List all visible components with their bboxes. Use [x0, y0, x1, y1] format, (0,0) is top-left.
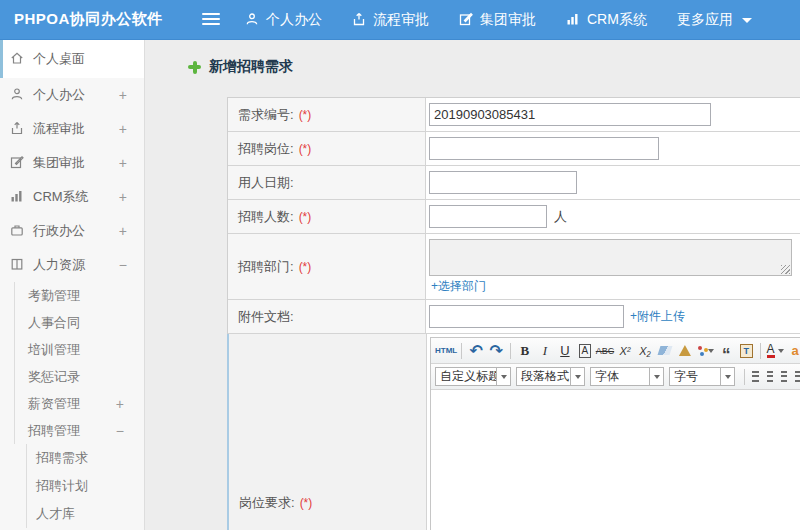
sidebar-item-attendance-mgmt[interactable]: 考勤管理	[14, 282, 144, 309]
nav-item-personal-office[interactable]: 个人办公	[245, 11, 322, 29]
sidebar-item-label: 招聘需求	[36, 449, 88, 467]
superscript-button[interactable]: X²	[617, 341, 633, 361]
field-label-text: 招聘部门:	[238, 258, 294, 276]
eraser-icon[interactable]	[657, 346, 672, 355]
attachment-upload-link[interactable]: +附件上传	[630, 308, 685, 325]
expand-plus-icon[interactable]: +	[119, 223, 127, 239]
custom-title-dropdown[interactable]: 自定义标题	[435, 367, 511, 386]
sidebar-item-training-mgmt[interactable]: 培训管理	[14, 336, 144, 363]
caret-down-icon[interactable]	[721, 367, 735, 386]
editor-toolbar-row1: HTML ↶ ↷ B I U A ABC X² X₂	[431, 338, 800, 364]
field-label-text: 招聘人数:	[238, 208, 294, 226]
align-left-icon[interactable]	[752, 371, 758, 382]
italic-button[interactable]: I	[537, 341, 553, 361]
underline-button[interactable]: U	[557, 341, 573, 361]
sidebar-item-human-resources[interactable]: 人力资源 −	[0, 248, 144, 282]
expand-plus-icon[interactable]: +	[119, 189, 127, 205]
expand-plus-icon[interactable]: +	[119, 87, 127, 103]
nav-item-workflow-approval[interactable]: 流程审批	[352, 11, 429, 29]
caret-down-icon	[778, 349, 784, 353]
autotypeset-button[interactable]: A	[579, 344, 592, 358]
dropdown-value: 自定义标题	[435, 367, 497, 386]
caret-down-icon[interactable]	[571, 367, 585, 386]
sidebar-item-admin-office[interactable]: 行政办公 +	[0, 214, 144, 248]
sidebar-item-hr-contract[interactable]: 人事合同	[14, 309, 144, 336]
expand-plus-icon[interactable]: +	[119, 121, 127, 137]
field-value-cell	[426, 98, 800, 131]
expand-plus-icon[interactable]: +	[116, 396, 124, 412]
align-right-icon[interactable]	[781, 371, 787, 382]
app-window: PHPOA协同办公软件 个人办公 流程审批 集团审批 CRM系统 更多应用	[0, 0, 800, 530]
sidebar-item-recruit-mgmt[interactable]: 招聘管理 −	[14, 417, 144, 444]
field-value-cell: +选择部门	[426, 234, 800, 299]
sidebar-item-label: 考勤管理	[28, 287, 80, 305]
attachment-input[interactable]	[429, 305, 624, 328]
field-label: 岗位要求: (*)	[229, 334, 427, 530]
nav-item-label: 流程审批	[373, 11, 429, 29]
paste-icon[interactable]: T	[740, 344, 753, 358]
font-color-button[interactable]: A	[767, 341, 783, 361]
nav-item-label: CRM系统	[587, 11, 647, 29]
field-label-text: 附件文档:	[238, 308, 294, 326]
caret-down-icon[interactable]	[497, 367, 511, 386]
nav-item-label: 个人办公	[266, 11, 322, 29]
recruit-dept-textarea[interactable]	[429, 239, 792, 276]
nav-item-crm-system[interactable]: CRM系统	[566, 11, 647, 29]
sidebar-item-label: 招聘管理	[28, 422, 80, 440]
sidebar-item-crm-system[interactable]: CRM系统 +	[0, 180, 144, 214]
format-brush-button[interactable]	[697, 341, 714, 361]
select-dept-link[interactable]: +选择部门	[431, 278, 486, 295]
demand-no-input[interactable]	[429, 103, 711, 126]
paragraph-format-dropdown[interactable]: 段落格式	[516, 367, 585, 386]
nav-item-group-approval[interactable]: 集团审批	[459, 11, 536, 29]
resize-grip-icon[interactable]	[781, 265, 790, 274]
sidebar-item-recruit-demand[interactable]: 招聘需求	[26, 444, 144, 472]
sidebar-item-workflow-approval[interactable]: 流程审批 +	[0, 112, 144, 146]
edit-icon	[10, 155, 33, 172]
form-row-recruit-post: 招聘岗位: (*)	[228, 132, 800, 166]
subscript-button[interactable]: X₂	[637, 341, 653, 361]
blockquote-button[interactable]: “	[718, 341, 734, 361]
sidebar-item-personal-office[interactable]: 个人办公 +	[0, 78, 144, 112]
background-color-button[interactable]: a	[787, 341, 800, 361]
undo-button[interactable]: ↶	[468, 341, 484, 361]
strikethrough-button[interactable]: ABC	[597, 341, 613, 361]
rich-text-editor: HTML ↶ ↷ B I U A ABC X² X₂	[430, 337, 800, 530]
recruit-count-input[interactable]	[429, 205, 547, 228]
required-mark: (*)	[300, 496, 313, 510]
align-justify-icon[interactable]	[795, 371, 800, 382]
hire-date-input[interactable]	[429, 171, 577, 194]
align-center-icon[interactable]	[767, 371, 773, 382]
source-html-button[interactable]: HTML	[437, 341, 455, 361]
sidebar-item-recruit-plan[interactable]: 招聘计划	[26, 472, 144, 500]
font-family-dropdown[interactable]: 字体	[590, 367, 664, 386]
hamburger-menu-icon[interactable]	[202, 13, 220, 27]
sidebar-item-label: CRM系统	[33, 188, 89, 206]
collapse-minus-icon[interactable]: −	[116, 423, 124, 439]
nav-menu: 个人办公 流程审批 集团审批 CRM系统 更多应用	[245, 0, 782, 40]
font-size-dropdown[interactable]: 字号	[669, 367, 735, 386]
recruit-post-input[interactable]	[429, 137, 659, 160]
editor-content-area[interactable]	[431, 390, 800, 530]
bold-button[interactable]: B	[517, 341, 533, 361]
sidebar-item-reward-punish[interactable]: 奖惩记录	[14, 363, 144, 390]
nav-item-more-apps[interactable]: 更多应用	[677, 11, 752, 29]
toolbar-separator	[760, 343, 761, 359]
redo-button[interactable]: ↷	[488, 341, 504, 361]
sidebar-item-personal-desktop[interactable]: 个人桌面	[0, 40, 144, 78]
collapse-minus-icon[interactable]: −	[119, 257, 127, 273]
sidebar-item-label: 奖惩记录	[28, 368, 80, 386]
caret-down-icon[interactable]	[650, 367, 664, 386]
sidebar-item-label: 培训管理	[28, 341, 80, 359]
expand-plus-icon[interactable]: +	[119, 155, 127, 171]
format-clear-broom-icon[interactable]	[679, 345, 691, 356]
sidebar-item-talent-pool[interactable]: 人才库	[26, 500, 144, 528]
toolbar-separator	[510, 343, 511, 359]
sidebar-item-group-approval[interactable]: 集团审批 +	[0, 146, 144, 180]
bar-chart-icon	[10, 189, 33, 206]
sidebar-item-label: 流程审批	[33, 120, 85, 138]
field-label: 招聘部门: (*)	[228, 234, 426, 299]
sidebar-item-salary-mgmt[interactable]: 薪资管理 +	[14, 390, 144, 417]
required-mark: (*)	[299, 108, 312, 122]
sidebar-item-label: 人力资源	[33, 256, 85, 274]
